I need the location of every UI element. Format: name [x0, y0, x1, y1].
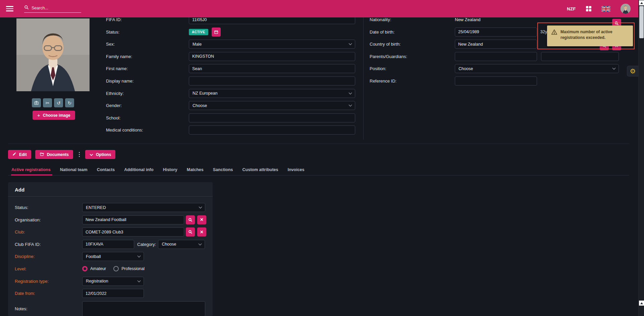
org-code[interactable]: NZF — [567, 6, 576, 11]
scrollbar-thumb[interactable] — [639, 6, 644, 38]
tab-additional-info[interactable]: Additional info — [119, 164, 158, 175]
ethnicity-select[interactable]: NZ European — [189, 89, 355, 98]
tab-history[interactable]: History — [158, 164, 182, 175]
family-name-input[interactable] — [189, 52, 355, 61]
level-row: Level: Amateur Professional — [15, 264, 208, 273]
documents-button[interactable]: Documents — [35, 150, 73, 159]
level-professional-radio[interactable] — [113, 266, 119, 271]
scrollbar[interactable] — [638, 0, 644, 316]
club-fifa-id-label: Club FIFA ID: — [15, 242, 82, 247]
crop-scissors-button[interactable]: ✂ — [43, 98, 52, 107]
plus-icon: + — [37, 113, 40, 118]
notes-textarea[interactable] — [82, 301, 205, 316]
display-name-row: Display name: — [106, 76, 356, 86]
country-of-birth-input[interactable] — [455, 40, 537, 49]
fifa-id-label: FIFA ID: — [106, 17, 189, 22]
school-label: School: — [106, 115, 189, 120]
settings-button[interactable]: ⚙ — [627, 66, 638, 76]
display-name-input[interactable] — [189, 76, 355, 86]
form-divider — [363, 17, 364, 140]
tab-matches[interactable]: Matches — [182, 164, 208, 175]
date-from-input[interactable] — [82, 289, 144, 298]
family-name-row: Family name: — [106, 52, 356, 61]
discipline-row: Discipline: Football — [15, 252, 208, 261]
registration-type-select[interactable]: Registration — [82, 277, 144, 286]
search-input[interactable] — [32, 6, 76, 10]
category-label: Category: — [137, 242, 156, 247]
school-input[interactable] — [189, 113, 355, 122]
apps-grid-icon[interactable] — [586, 6, 592, 12]
position-select[interactable]: Choose — [455, 64, 619, 73]
chevron-down-icon — [612, 66, 616, 70]
tab-sanctions[interactable]: Sanctions — [208, 164, 238, 175]
reference-id-input[interactable] — [455, 76, 537, 86]
tab-active-registrations[interactable]: Active registrations — [8, 164, 55, 175]
add-status-select[interactable]: ENTERED — [82, 203, 205, 212]
club-fifa-id-input[interactable] — [82, 240, 134, 249]
sex-row: Sex: Male — [106, 40, 356, 49]
organisation-search-button[interactable] — [186, 215, 195, 224]
organisation-clear-button[interactable]: × — [197, 215, 206, 224]
warning-toast[interactable]: Maximum number of active registrations e… — [547, 25, 633, 46]
parent-guardian-1-input[interactable] — [455, 52, 537, 61]
chevron-down-icon — [349, 103, 352, 107]
club-clear-button[interactable]: × — [197, 227, 206, 236]
nationality-label: Nationality: — [370, 17, 455, 22]
camera-button[interactable] — [32, 98, 41, 107]
position-select-value: Choose — [459, 66, 473, 71]
gender-label: Gender: — [106, 103, 189, 108]
club-fifa-id-row: Club FIFA ID: Category: Choose — [15, 240, 208, 249]
sex-select[interactable]: Male — [189, 40, 355, 49]
club-label: Club: — [15, 229, 82, 234]
chevron-down-icon — [199, 205, 202, 209]
undo-button[interactable]: ↺ — [54, 98, 63, 107]
chevron-down-icon — [138, 279, 141, 282]
parents-guardians-row: Parents/Guardians: — [370, 52, 623, 61]
gender-select[interactable]: Choose — [189, 101, 355, 110]
search-icon — [24, 5, 29, 11]
date-of-birth-label: Date of birth: — [370, 30, 455, 35]
first-name-label: First name: — [106, 66, 189, 71]
first-name-input[interactable] — [189, 64, 355, 73]
reference-id-label: Reference ID: — [370, 78, 455, 84]
club-input[interactable] — [82, 227, 184, 236]
ethnicity-label: Ethnicity: — [106, 91, 189, 96]
panel-divider — [8, 196, 213, 197]
notes-label: Notes: — [15, 306, 82, 311]
registration-type-label: Registration type: — [15, 279, 82, 284]
tab-contacts[interactable]: Contacts — [92, 164, 119, 175]
medical-conditions-input[interactable] — [189, 125, 355, 135]
date-from-label: Date from: — [15, 291, 82, 296]
menu-icon[interactable] — [6, 6, 13, 11]
level-amateur-radio[interactable] — [82, 266, 88, 271]
edit-button[interactable]: Edit — [8, 150, 31, 159]
category-select-value: Choose — [162, 242, 176, 247]
uk-flag-icon[interactable] — [601, 6, 610, 12]
choose-image-button[interactable]: + Choose image — [33, 111, 75, 120]
parent-guardian-2-input[interactable] — [541, 52, 619, 61]
category-select[interactable]: Choose — [158, 240, 205, 249]
scroll-up-button[interactable] — [639, 0, 644, 5]
sex-select-value: Male — [193, 42, 202, 47]
status-history-calendar-button[interactable] — [212, 28, 221, 37]
level-label: Level: — [15, 266, 82, 271]
tab-national-team[interactable]: National team — [55, 164, 92, 175]
chevron-down-icon — [349, 42, 352, 45]
more-actions-icon[interactable] — [77, 150, 81, 159]
club-search-button[interactable] — [186, 227, 195, 236]
close-icon: × — [200, 229, 203, 235]
scroll-up-button-lower[interactable] — [639, 301, 644, 306]
user-avatar[interactable] — [621, 4, 631, 14]
date-of-birth-input[interactable] — [455, 28, 537, 37]
redo-button[interactable]: ↻ — [65, 98, 74, 107]
first-name-row: First name: — [106, 64, 356, 73]
discipline-select-value: Football — [86, 254, 101, 259]
organisation-input[interactable] — [82, 215, 184, 224]
add-status-label: Status: — [15, 205, 82, 210]
options-button[interactable]: Options — [85, 150, 115, 159]
tab-custom-attributes[interactable]: Custom attributes — [238, 164, 283, 175]
status-label: Status: — [106, 30, 189, 35]
discipline-select[interactable]: Football — [82, 252, 144, 261]
edit-label: Edit — [19, 152, 27, 157]
tab-invoices[interactable]: Invoices — [283, 164, 309, 175]
